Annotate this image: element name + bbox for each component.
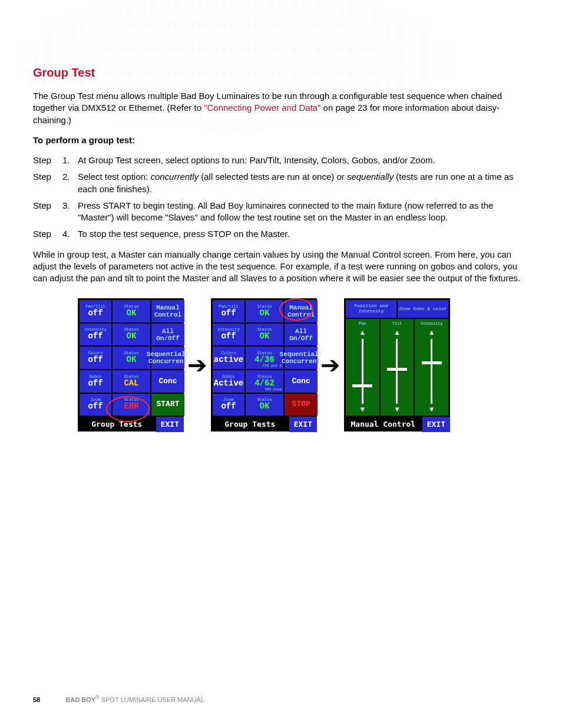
param-cell[interactable]: Pan/Tiltoff xyxy=(213,300,244,322)
page-number: 58 xyxy=(33,696,40,703)
all-on-off-button[interactable]: All On/Off xyxy=(285,324,318,346)
screen3-title: Manual Control xyxy=(344,419,422,430)
subheading-perform: To perform a group test: xyxy=(33,134,529,146)
param-cell[interactable]: Zoomoff xyxy=(80,394,111,416)
step-number: 4. xyxy=(62,228,78,240)
tilt-slider[interactable]: Tilt▲▼ xyxy=(381,319,414,416)
param-cell[interactable]: GobosActive xyxy=(213,370,244,393)
screen2-title: Group Tests xyxy=(211,419,289,430)
manual-header: Position and Intensity xyxy=(346,300,396,318)
status-cell: Status4/36CYA pos 4 xyxy=(246,347,283,369)
status-cell: StatusOK xyxy=(113,324,150,346)
group-tests-screen-stop: Pan/TiltoffStatusOKManual ControlIntensi… xyxy=(211,298,317,431)
arrow-icon: ➔ xyxy=(187,349,207,381)
page-footer: 58 BAD BOY® SPOT LUMINAIRE USER MANUAL xyxy=(33,694,204,705)
sequential-concurrent-button[interactable]: Sequential/Concurrent xyxy=(151,347,184,369)
all-on-off-button[interactable]: All On/Off xyxy=(151,324,184,346)
screenshot-row: Pan/TiltoffStatusOKManual ControlIntensi… xyxy=(33,298,529,431)
group-tests-screen-start: Pan/TiltoffStatusOKManual ControlIntensi… xyxy=(78,298,184,431)
step-label: Step xyxy=(33,171,62,195)
step-text: Select test option: concurrently (all se… xyxy=(78,171,529,195)
param-cell[interactable]: Gobosoff xyxy=(80,370,111,393)
param-cell[interactable]: Zoomoff xyxy=(213,394,244,416)
param-cell[interactable]: Intensityoff xyxy=(213,324,244,346)
status-cell: StatusERR xyxy=(113,394,150,416)
exit-button[interactable]: EXIT xyxy=(289,417,317,432)
param-cell[interactable]: Colorsactive xyxy=(213,347,244,369)
step-label: Step xyxy=(33,154,62,166)
arrow-icon: ➔ xyxy=(320,349,340,381)
intensity-slider[interactable]: Intensity▲▼ xyxy=(415,319,448,416)
screen1-title: Group Tests xyxy=(78,419,156,430)
manual-header: Zoom Gobo & color xyxy=(398,300,448,318)
param-cell[interactable]: Pan/Tiltoff xyxy=(80,300,111,322)
param-cell[interactable]: Intensityoff xyxy=(80,324,111,346)
conc-button[interactable]: Conc xyxy=(285,370,318,393)
start-button[interactable]: START xyxy=(151,394,184,416)
status-cell: StatusOK xyxy=(113,300,150,322)
step-label: Step xyxy=(33,228,62,240)
exit-button[interactable]: EXIT xyxy=(422,417,450,432)
step-number: 1. xyxy=(62,154,78,166)
status-cell: StatusOK xyxy=(246,324,283,346)
intro-paragraph: The Group Test menu allows multiple Bad … xyxy=(33,90,529,126)
manual-control-screen: Position and IntensityZoom Gobo & color … xyxy=(344,298,450,431)
pan-slider[interactable]: Pan▲▼ xyxy=(346,319,379,416)
param-cell[interactable]: Colorsoff xyxy=(80,347,111,369)
step-number: 2. xyxy=(62,171,78,195)
status-cell: Status4/62IN1 stop xyxy=(246,370,283,393)
conc-button[interactable]: Conc xyxy=(151,370,184,393)
status-cell: StatusOK xyxy=(246,300,283,322)
status-cell: StatusOK xyxy=(246,394,283,416)
section-heading: Group Test xyxy=(33,65,529,81)
step-text: To stop the test sequence, press STOP on… xyxy=(78,228,529,240)
sequential-concurrent-button[interactable]: Sequential/Concurrent xyxy=(285,347,318,369)
step-label: Step xyxy=(33,200,62,224)
paragraph-2: While in group test, a Master can manual… xyxy=(33,249,529,285)
manual-name: BAD BOY® SPOT LUMINAIRE USER MANUAL xyxy=(65,696,204,703)
status-cell: StatusOK xyxy=(113,347,150,369)
stop-button[interactable]: STOP xyxy=(285,394,318,416)
crossref-link[interactable]: "Connecting Power and Data" xyxy=(204,103,320,113)
step-text: At Group Test screen, select options to … xyxy=(78,154,529,166)
step-list: Step1.At Group Test screen, select optio… xyxy=(33,154,529,241)
step-number: 3. xyxy=(62,200,78,224)
manual-control-button[interactable]: Manual Control xyxy=(151,300,184,322)
step-text: Press START to begin testing. All Bad Bo… xyxy=(78,200,529,224)
status-cell: StatusCAL xyxy=(113,370,150,393)
exit-button[interactable]: EXIT xyxy=(156,417,184,432)
manual-control-button[interactable]: Manual Control xyxy=(285,300,318,322)
